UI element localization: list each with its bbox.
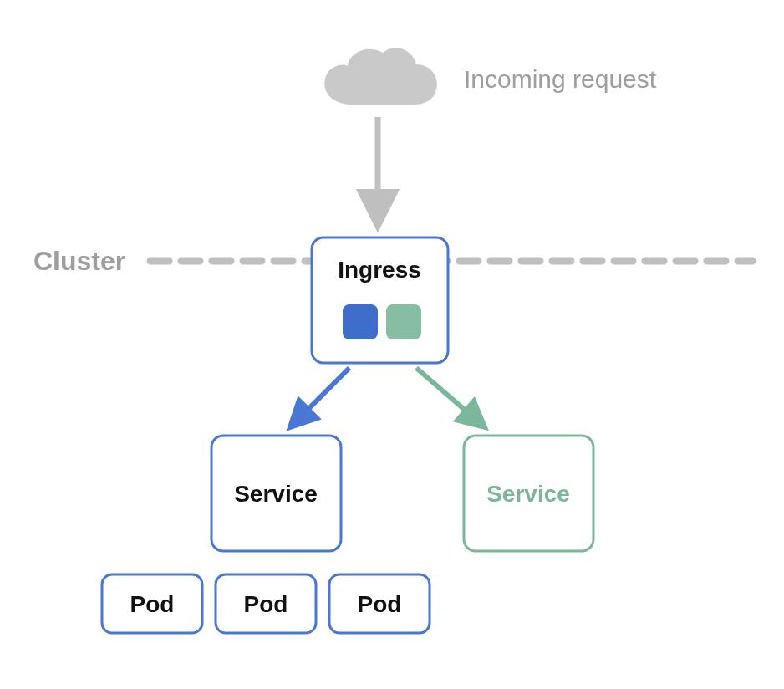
ingress-rule-blue-icon <box>343 304 378 339</box>
service-green-label: Service <box>486 481 570 507</box>
service-box-green: Service <box>464 436 593 551</box>
cloud-icon <box>324 48 437 105</box>
service-blue-label: Service <box>234 481 318 507</box>
pod1-label: Pod <box>130 591 175 617</box>
pod-box-3: Pod <box>329 574 430 633</box>
pod3-label: Pod <box>358 591 402 617</box>
incoming-request-label: Incoming request <box>464 65 657 93</box>
service-box-blue: Service <box>211 436 341 551</box>
ingress-label: Ingress <box>338 257 421 283</box>
pod-box-2: Pod <box>216 574 316 633</box>
arrow-ingress-to-service-green <box>416 368 484 426</box>
ingress-rule-green-icon <box>386 304 421 339</box>
pod2-label: Pod <box>244 591 288 617</box>
pod-box-1: Pod <box>102 574 202 633</box>
cluster-label: Cluster <box>33 246 125 276</box>
ingress-box: Ingress <box>312 237 448 363</box>
arrow-ingress-to-service-blue <box>291 368 349 426</box>
